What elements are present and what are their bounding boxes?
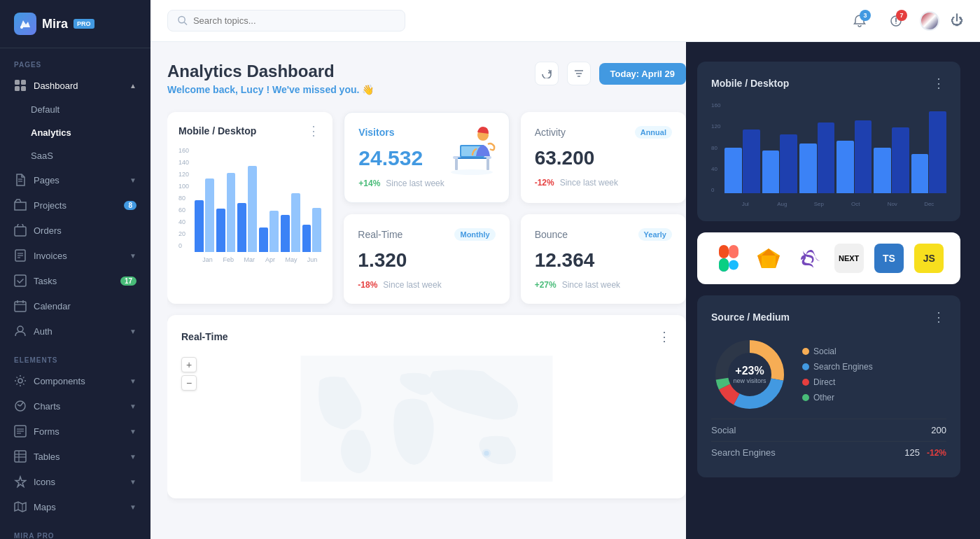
sidebar-item-calendar[interactable]: Calendar — [0, 293, 150, 318]
svg-point-30 — [178, 16, 185, 22]
page-subtitle: Welcome back, Lucy ! We've missed you. 👋 — [167, 84, 374, 95]
source-item-social: Social 200 — [711, 419, 946, 441]
stats-grid: Visitors 24.532 +14% Since last week — [167, 112, 686, 304]
mobile-desktop-menu[interactable]: ⋮ — [307, 123, 321, 139]
svg-marker-56 — [757, 255, 762, 268]
sidebar-item-orders[interactable]: Orders — [0, 218, 150, 243]
alert-count: 7 — [896, 10, 907, 21]
sidebar-item-analytics[interactable]: Analytics — [0, 121, 150, 144]
svg-marker-57 — [776, 255, 780, 268]
search-input[interactable] — [193, 15, 395, 26]
svg-rect-49 — [719, 245, 729, 258]
sources-list: Social 200 Search Engines 125 -12% — [711, 419, 946, 463]
bounce-change: +27% — [535, 280, 556, 290]
legend-search: Search Engines — [802, 362, 873, 372]
svg-rect-3 — [15, 86, 20, 91]
notification-btn[interactable]: 3 — [847, 8, 872, 34]
map-zoom-in[interactable]: + — [181, 357, 197, 372]
realtime-value: 1.320 — [358, 249, 495, 272]
language-flag[interactable] — [920, 11, 939, 31]
realtime-label: Real-Time — [358, 229, 402, 240]
svg-rect-41 — [486, 159, 489, 170]
source-medium-menu[interactable]: ⋮ — [932, 309, 946, 325]
logo-icon — [14, 13, 36, 35]
mira-pro-label: MIRA PRO — [0, 519, 150, 539]
sidebar-item-dashboard[interactable]: Dashboard ▲ — [0, 73, 150, 98]
sidebar-item-charts[interactable]: Charts ▼ — [0, 393, 150, 419]
source-medium-title: Source / Medium — [711, 312, 790, 323]
mobile-desktop-card: Mobile / Desktop ⋮ 020406080100120140160 — [167, 112, 332, 304]
alert-btn[interactable]: 7 — [883, 8, 909, 34]
bounce-label: Bounce — [535, 229, 568, 240]
typescript-logo: TS — [874, 244, 904, 273]
sidebar-item-invoices[interactable]: Invoices ▼ — [0, 243, 150, 268]
redux-logo — [794, 244, 823, 273]
svg-point-52 — [729, 260, 738, 270]
sidebar-item-pages[interactable]: Pages ▼ — [0, 167, 150, 192]
activity-card: Activity Annual 63.200 -12% Since last w… — [521, 112, 686, 203]
map-zoom-out[interactable]: − — [181, 375, 197, 391]
svg-rect-2 — [21, 80, 26, 85]
sidebar-item-maps[interactable]: Maps ▼ — [0, 494, 150, 519]
projects-badge: 8 — [124, 201, 136, 210]
topnav: 3 7 ⏻ — [150, 0, 980, 42]
elements-label: ELEMENTS — [0, 344, 150, 368]
logo-area: Mira PRO — [0, 0, 150, 48]
user-name: Lucy — [241, 84, 264, 95]
svg-rect-53 — [719, 258, 729, 272]
sidebar-item-projects[interactable]: Projects 8 — [0, 192, 150, 218]
realtime-badge: Monthly — [454, 228, 495, 241]
search-box[interactable] — [167, 10, 405, 31]
sketch-logo — [754, 244, 783, 273]
activity-badge: Annual — [635, 126, 672, 139]
date-button[interactable]: Today: April 29 — [599, 63, 686, 85]
realtime-map-card: Real-Time ⋮ + − — [167, 315, 686, 498]
svg-rect-44 — [458, 158, 486, 159]
dark-chart-title: Mobile / Desktop — [711, 78, 789, 89]
bounce-value: 12.364 — [535, 249, 672, 272]
activity-change: -12% — [535, 178, 554, 188]
sidebar-item-tables[interactable]: Tables ▼ — [0, 444, 150, 469]
realtime-map-menu[interactable]: ⋮ — [658, 329, 672, 344]
realtime-map-title: Real-Time — [181, 331, 228, 342]
svg-rect-13 — [15, 302, 26, 312]
mobile-desktop-title: Mobile / Desktop — [178, 125, 256, 136]
power-button[interactable]: ⏻ — [951, 13, 963, 28]
sidebar-item-saas[interactable]: SaaS — [0, 144, 150, 167]
visitors-card: Visitors 24.532 +14% Since last week — [344, 112, 509, 203]
sidebar-item-default[interactable]: Default — [0, 98, 150, 121]
realtime-footer: -18% Since last week — [358, 280, 495, 290]
notification-count: 3 — [860, 10, 871, 21]
bounce-period: Since last week — [562, 280, 620, 290]
header-actions: Today: April 29 — [535, 62, 686, 85]
sidebar-item-tasks[interactable]: Tasks 17 — [0, 268, 150, 293]
donut-sublabel: new visitors — [733, 377, 766, 384]
sidebar-item-auth[interactable]: Auth ▼ — [0, 318, 150, 344]
pro-badge: PRO — [74, 19, 94, 29]
refresh-button[interactable] — [535, 62, 559, 85]
sidebar-item-components[interactable]: Components ▼ — [0, 368, 150, 393]
bounce-footer: +27% Since last week — [535, 280, 672, 290]
svg-rect-7 — [15, 227, 26, 236]
svg-point-17 — [18, 326, 23, 332]
javascript-logo: JS — [914, 244, 944, 273]
donut-center: +23% new visitors — [733, 365, 766, 384]
dark-chart-menu[interactable]: ⋮ — [932, 76, 946, 91]
svg-point-38 — [451, 169, 493, 175]
map-controls: + − — [181, 357, 197, 391]
source-item-search: Search Engines 125 -12% — [711, 441, 946, 463]
sidebar: Mira PRO PAGES Dashboard ▲ Default Analy… — [0, 0, 150, 539]
page-title: Analytics Dashboard — [167, 62, 374, 81]
visitors-footer: +14% Since last week — [358, 178, 494, 188]
tasks-badge: 17 — [120, 276, 136, 286]
sidebar-item-forms[interactable]: Forms ▼ — [0, 419, 150, 444]
svg-line-31 — [184, 22, 187, 25]
activity-label: Activity — [535, 127, 566, 138]
svg-rect-50 — [729, 245, 738, 258]
source-legend: Social Search Engines Direct Other — [802, 346, 873, 402]
legend-direct: Direct — [802, 377, 873, 387]
legend-social: Social — [802, 346, 873, 356]
filter-button[interactable] — [567, 62, 591, 85]
activity-period: Since last week — [560, 178, 618, 188]
sidebar-item-icons[interactable]: Icons ▼ — [0, 469, 150, 494]
